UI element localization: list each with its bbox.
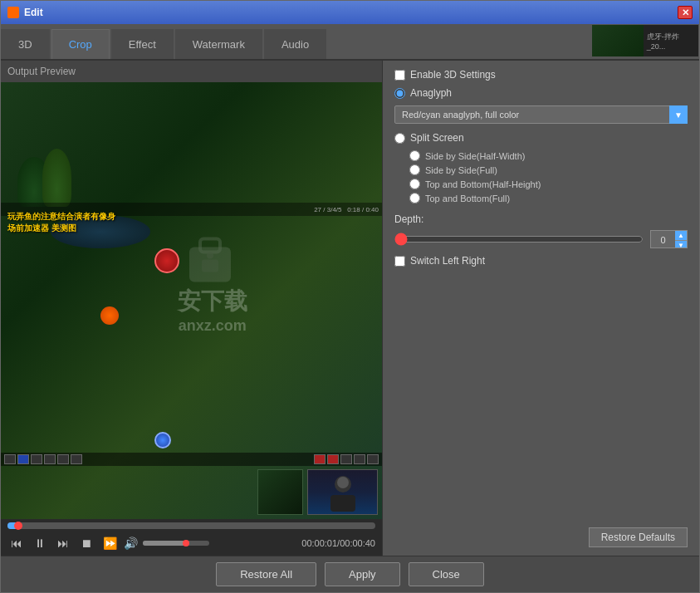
depth-section: Depth: 0 ▲ ▼ bbox=[394, 213, 688, 248]
watermark-icon bbox=[177, 223, 243, 292]
minimap bbox=[257, 469, 303, 515]
game-element-1 bbox=[154, 248, 179, 273]
split-options: Side by Side(Half-Width) Side by Side(Fu… bbox=[409, 150, 688, 207]
split-option-3: Top and Bottom(Full) bbox=[409, 193, 688, 203]
sbs-half-radio[interactable] bbox=[409, 150, 420, 161]
enable-3d-checkbox[interactable] bbox=[394, 70, 405, 81]
seek-thumb bbox=[14, 522, 22, 530]
play-pause-button[interactable]: ⏸ bbox=[31, 534, 49, 552]
volume-thumb bbox=[183, 540, 189, 546]
time-display: 00:00:01/00:00:40 bbox=[301, 538, 375, 548]
game-character bbox=[154, 432, 171, 448]
video-frame: 27 / 3/4/5 0:18 / 0:40 玩弄鱼的注意结合演者有像身 场前加… bbox=[1, 82, 382, 519]
bottom-bar: Restore All Apply Close bbox=[1, 556, 699, 592]
sbs-full-radio[interactable] bbox=[409, 164, 420, 175]
game-tree-2 bbox=[42, 149, 71, 207]
tb-half-radio[interactable] bbox=[409, 179, 420, 189]
tab-crop[interactable]: Crop bbox=[51, 29, 110, 59]
svg-point-3 bbox=[207, 252, 213, 259]
sbs-half-label[interactable]: Side by Side(Half-Width) bbox=[425, 151, 525, 161]
settings-pane: Enable 3D Settings Anaglyph Red/cyan ana… bbox=[383, 61, 699, 556]
main-content: Output Preview 27 / 3/4/5 0:18 / 0:40 玩弄… bbox=[1, 61, 699, 556]
main-window: Edit ✕ 虎牙-拌炸_20... 3D Crop Effect Waterm… bbox=[0, 0, 700, 593]
fast-forward-button[interactable]: ⏭ bbox=[54, 534, 72, 552]
controls-row: ⏮ ⏸ ⏭ ⏹ ⏩ 🔊 00:00:01/00:00:40 bbox=[7, 534, 375, 552]
thumbnail-preview: 虎牙-拌炸_20... bbox=[591, 24, 699, 57]
score-items bbox=[4, 454, 82, 464]
rewind-button[interactable]: ⏮ bbox=[7, 534, 26, 552]
seek-bar[interactable] bbox=[7, 522, 375, 529]
close-button[interactable]: Close bbox=[409, 562, 484, 586]
split-option-1: Side by Side(Full) bbox=[409, 164, 688, 175]
depth-down-button[interactable]: ▼ bbox=[675, 240, 687, 248]
split-screen-label[interactable]: Split Screen bbox=[410, 132, 464, 144]
video-controls: ⏮ ⏸ ⏭ ⏹ ⏩ 🔊 00:00:01/00:00:40 bbox=[1, 519, 382, 556]
svg-rect-5 bbox=[330, 495, 355, 512]
switch-lr-row: Switch Left Right bbox=[394, 255, 688, 267]
volume-icon: 🔊 bbox=[124, 537, 138, 550]
depth-row: 0 ▲ ▼ bbox=[394, 230, 688, 248]
tb-full-radio[interactable] bbox=[409, 193, 420, 203]
split-option-0: Side by Side(Half-Width) bbox=[409, 150, 688, 161]
volume-bar[interactable] bbox=[143, 541, 209, 546]
volume-fill bbox=[143, 541, 186, 546]
sbs-full-label[interactable]: Side by Side(Full) bbox=[425, 165, 497, 175]
webcam-overlay bbox=[307, 469, 378, 515]
title-bar-left: Edit bbox=[7, 7, 43, 18]
tab-3d[interactable]: 3D bbox=[1, 29, 50, 59]
thumbnail-label: 虎牙-拌炸_20... bbox=[644, 30, 698, 52]
close-window-button[interactable]: ✕ bbox=[678, 6, 693, 19]
svg-point-6 bbox=[337, 477, 349, 488]
thumbnail-image bbox=[592, 25, 644, 56]
enable-3d-label[interactable]: Enable 3D Settings bbox=[410, 69, 496, 81]
apply-button[interactable]: Apply bbox=[325, 562, 400, 586]
enable-3d-row: Enable 3D Settings bbox=[394, 69, 688, 81]
tab-effect[interactable]: Effect bbox=[111, 29, 174, 59]
tab-audio[interactable]: Audio bbox=[264, 29, 326, 59]
split-option-2: Top and Bottom(Half-Height) bbox=[409, 179, 688, 189]
app-icon bbox=[7, 7, 19, 18]
anaglyph-dropdown-row: Red/cyan anaglyph, full color Red/cyan a… bbox=[394, 105, 688, 124]
switch-lr-label[interactable]: Switch Left Right bbox=[410, 255, 485, 267]
video-area: 27 / 3/4/5 0:18 / 0:40 玩弄鱼的注意结合演者有像身 场前加… bbox=[1, 82, 382, 519]
depth-label: Depth: bbox=[394, 213, 688, 225]
window-title: Edit bbox=[24, 7, 43, 18]
depth-slider-wrap bbox=[394, 233, 644, 246]
tb-half-label[interactable]: Top and Bottom(Half-Height) bbox=[425, 179, 541, 189]
depth-value-box: 0 ▲ ▼ bbox=[650, 230, 688, 248]
anaglyph-label[interactable]: Anaglyph bbox=[410, 87, 452, 99]
restore-defaults-button[interactable]: Restore Defaults bbox=[589, 527, 688, 547]
anaglyph-row: Anaglyph bbox=[394, 87, 688, 99]
anaglyph-radio[interactable] bbox=[394, 88, 405, 99]
tab-watermark[interactable]: Watermark bbox=[175, 29, 262, 59]
depth-spinners: ▲ ▼ bbox=[675, 231, 687, 248]
preview-pane: Output Preview 27 / 3/4/5 0:18 / 0:40 玩弄… bbox=[1, 61, 383, 556]
watermark-overlay: 安下载 anxz.com bbox=[178, 286, 247, 335]
switch-lr-checkbox[interactable] bbox=[394, 256, 405, 267]
title-bar: Edit ✕ bbox=[1, 1, 699, 24]
next-frame-button[interactable]: ⏩ bbox=[100, 534, 119, 552]
stop-button[interactable]: ⏹ bbox=[77, 534, 95, 552]
score-strip bbox=[1, 453, 382, 466]
game-element-2 bbox=[100, 306, 119, 325]
game-overlay-text: 玩弄鱼的注意结合演者有像身 场前加速器 美测图 bbox=[7, 211, 115, 234]
depth-slider[interactable] bbox=[394, 233, 644, 246]
depth-value: 0 bbox=[651, 231, 675, 248]
restore-all-button[interactable]: Restore All bbox=[216, 562, 316, 586]
split-screen-row: Split Screen bbox=[394, 132, 688, 144]
score-items-2 bbox=[314, 454, 379, 464]
preview-label: Output Preview bbox=[1, 61, 382, 82]
split-screen-radio[interactable] bbox=[394, 133, 405, 144]
anaglyph-select[interactable]: Red/cyan anaglyph, full color Red/cyan a… bbox=[394, 105, 688, 124]
svg-rect-2 bbox=[202, 260, 218, 272]
depth-up-button[interactable]: ▲ bbox=[675, 231, 687, 240]
tb-full-label[interactable]: Top and Bottom(Full) bbox=[425, 194, 510, 203]
